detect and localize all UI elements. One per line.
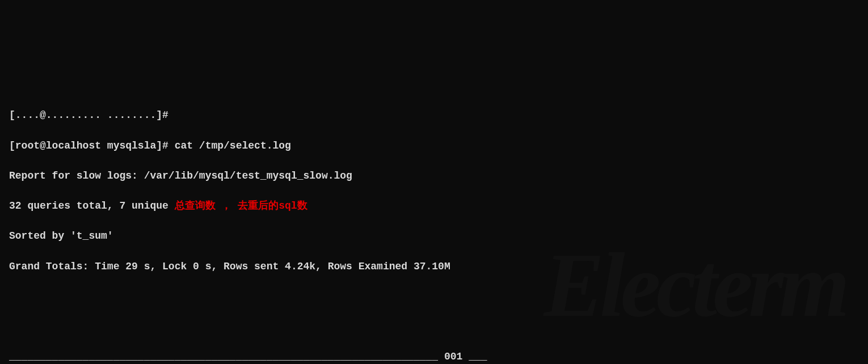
grand-totals-line: Grand Totals: Time 29 s, Lock 0 s, Rows …	[9, 259, 859, 274]
command-line: [root@localhost mysqlsla]# cat /tmp/sele…	[9, 138, 859, 154]
terminal-output: [....@......... ........]# [root@localho…	[9, 93, 859, 364]
truncated-line: [....@......... ........]#	[9, 108, 859, 123]
query-totals: 32 queries total, 7 unique	[9, 200, 175, 211]
query-totals-line: 32 queries total, 7 unique 总查询数 ， 去重后的sq…	[9, 198, 859, 214]
sorted-by-line: Sorted by 't_sum'	[9, 228, 859, 244]
shell-prompt: [root@localhost mysqlsla]#	[9, 140, 175, 151]
report-header: Report for slow logs: /var/lib/mysql/tes…	[9, 168, 859, 184]
divider-line: ________________________________________…	[9, 349, 859, 364]
totals-annotation: 总查询数 ， 去重后的sql数	[175, 200, 307, 211]
command-text: cat /tmp/select.log	[175, 140, 291, 151]
prompt-truncated: [....@......... ........]#	[9, 109, 168, 121]
blank-line	[9, 289, 859, 304]
blank-line	[9, 319, 859, 335]
